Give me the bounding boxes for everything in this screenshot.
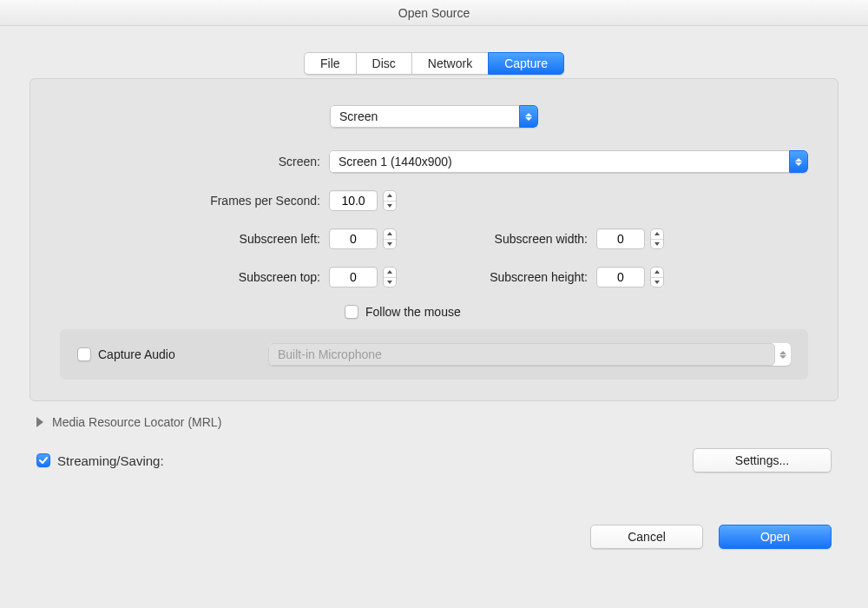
screen-select[interactable]: Screen 1 (1440x900) <box>329 150 808 173</box>
chevron-up-icon <box>384 191 396 202</box>
screen-value: Screen 1 (1440x900) <box>329 150 789 173</box>
fps-stepper[interactable] <box>383 190 397 211</box>
sub-left-label: Subscreen left: <box>60 232 329 246</box>
updown-icon <box>789 150 808 173</box>
capture-audio-box: Capture Audio Built-in Microphone <box>60 329 808 380</box>
sub-top-input[interactable] <box>329 267 378 287</box>
capture-audio-label: Capture Audio <box>98 347 175 361</box>
disclosure-triangle-icon <box>36 417 43 427</box>
tab-capture[interactable]: Capture <box>488 52 564 75</box>
sub-left-input[interactable] <box>329 228 378 249</box>
settings-button[interactable]: Settings... <box>693 448 832 473</box>
chevron-up-icon <box>384 229 396 240</box>
capture-audio-checkbox[interactable] <box>77 347 91 361</box>
sub-top-height-row: Subscreen top: Subscreen height: <box>60 267 808 287</box>
sub-left-width-row: Subscreen left: Subscreen width: <box>60 228 808 249</box>
chevron-up-icon <box>384 268 396 278</box>
mrl-label: Media Resource Locator (MRL) <box>52 415 221 429</box>
streaming-saving-toggle: Streaming/Saving: <box>36 453 164 468</box>
streaming-saving-label: Streaming/Saving: <box>57 453 164 468</box>
below-panel: Media Resource Locator (MRL) Streaming/S… <box>30 401 838 473</box>
updown-icon <box>775 343 791 366</box>
chevron-down-icon <box>384 240 396 249</box>
capture-form: Screen: Screen 1 (1440x900) Frames per S… <box>60 150 808 319</box>
updown-icon <box>519 105 538 128</box>
chevron-down-icon <box>651 278 663 287</box>
chevron-down-icon <box>384 202 396 211</box>
source-tabs: File Disc Network Capture <box>30 52 838 75</box>
sub-top-label: Subscreen top: <box>60 270 329 284</box>
dialog-footer: Cancel Open <box>0 490 868 549</box>
fps-label: Frames per Second: <box>60 194 329 208</box>
mrl-disclosure[interactable]: Media Resource Locator (MRL) <box>36 415 832 429</box>
cancel-button[interactable]: Cancel <box>590 525 703 549</box>
segmented-control: File Disc Network Capture <box>304 52 564 75</box>
audio-device-select: Built-in Microphone <box>268 343 791 366</box>
tab-network[interactable]: Network <box>411 52 489 75</box>
source-type-row: Screen <box>60 105 808 128</box>
audio-device-value: Built-in Microphone <box>268 343 775 366</box>
follow-mouse-checkbox[interactable] <box>345 305 358 319</box>
streaming-saving-row: Streaming/Saving: Settings... <box>36 448 832 473</box>
chevron-down-icon <box>384 278 396 287</box>
sub-width-label: Subscreen width: <box>431 232 596 246</box>
dialog-content: File Disc Network Capture Screen Screen:… <box>0 26 868 490</box>
sub-width-stepper[interactable] <box>650 228 664 249</box>
source-type-value: Screen <box>330 105 519 128</box>
sub-height-label: Subscreen height: <box>431 270 596 284</box>
chevron-up-icon <box>651 268 663 278</box>
source-type-select[interactable]: Screen <box>330 105 538 128</box>
streaming-saving-checkbox[interactable] <box>36 453 50 467</box>
follow-mouse-label: Follow the mouse <box>365 305 461 319</box>
sub-top-stepper[interactable] <box>383 267 397 287</box>
sub-width-input[interactable] <box>596 228 645 249</box>
chevron-up-icon <box>651 229 663 240</box>
tab-disc[interactable]: Disc <box>356 52 412 75</box>
screen-row: Screen: Screen 1 (1440x900) <box>60 150 808 173</box>
capture-panel: Screen Screen: Screen 1 (1440x900) Frame… <box>30 78 838 401</box>
capture-audio-toggle: Capture Audio <box>77 347 251 361</box>
screen-label: Screen: <box>60 155 329 169</box>
window-title: Open Source <box>0 0 868 26</box>
open-button[interactable]: Open <box>719 525 832 549</box>
sub-left-stepper[interactable] <box>383 228 397 249</box>
sub-height-stepper[interactable] <box>650 267 664 287</box>
follow-mouse-row: Follow the mouse <box>345 305 808 319</box>
fps-input[interactable] <box>329 190 378 211</box>
tab-file[interactable]: File <box>304 52 357 75</box>
fps-row: Frames per Second: <box>60 190 808 211</box>
sub-height-input[interactable] <box>596 267 645 287</box>
chevron-down-icon <box>651 240 663 249</box>
